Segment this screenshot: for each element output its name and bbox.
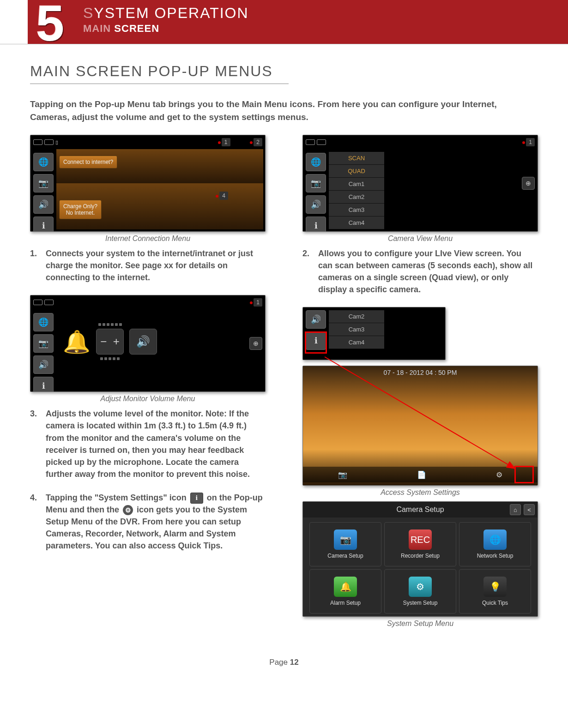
tile-recorder-setup[interactable]: REC Recorder Setup bbox=[384, 522, 456, 566]
home-button[interactable]: ⌂ bbox=[510, 504, 521, 515]
intro-text: Tapping on the Pop-up Menu tab brings yo… bbox=[30, 98, 538, 123]
status-bar: 1 bbox=[306, 137, 535, 147]
camera-icon[interactable]: 📷 bbox=[306, 174, 326, 193]
rec-indicator-icon bbox=[218, 141, 221, 144]
volume-decrease-button[interactable]: − + bbox=[96, 329, 124, 355]
item-2: 2. Allows you to configure your LIve Vie… bbox=[302, 247, 538, 295]
page-footer: Page 12 bbox=[0, 646, 568, 683]
screenshot-internet-menu: ▯ 1 2 🌐 📷 🔊 ℹ Connect to internet? Charg… bbox=[30, 135, 266, 232]
item-4: 4. Tapping the "System Settings" icon i … bbox=[30, 492, 266, 552]
info-icon: i bbox=[190, 493, 203, 504]
right-column: 1 🌐 📷 🔊 ℹ SCAN QUAD Cam1 Cam2 Cam3 Cam4 … bbox=[302, 135, 538, 632]
globe-icon[interactable]: 🌐 bbox=[33, 153, 54, 171]
screenshot-info-strip: 🔊 ℹ Cam2 Cam3 Cam4 bbox=[302, 307, 446, 360]
menu-item-cam4[interactable]: Cam4 bbox=[329, 336, 384, 349]
callout-info-icon bbox=[305, 331, 327, 354]
volume-panel: 🔔 − + 🔊 bbox=[63, 323, 157, 360]
connect-internet-popup[interactable]: Connect to internet? bbox=[59, 156, 117, 168]
info-icon[interactable]: ℹ bbox=[33, 217, 54, 232]
menu-item-cam3[interactable]: Cam3 bbox=[329, 204, 384, 217]
camera-icon[interactable]: 📷 bbox=[33, 334, 54, 353]
menu-item-cam1[interactable]: Cam1 bbox=[329, 178, 384, 191]
globe-icon[interactable]: 🌐 bbox=[33, 313, 54, 331]
globe-icon[interactable]: 🌐 bbox=[306, 153, 326, 171]
chapter-title: SYSTEM OPERATION bbox=[83, 5, 249, 22]
tile-alarm-setup[interactable]: 🔔 Alarm Setup bbox=[309, 569, 381, 614]
charge-only-popup[interactable]: Charge Only? No Internet. bbox=[59, 200, 102, 219]
caption-access: Access System Settings bbox=[302, 488, 538, 497]
chapter-number: 5 bbox=[36, 0, 64, 48]
lightbulb-icon: 💡 bbox=[483, 577, 507, 597]
speaker-icon[interactable]: 🔊 bbox=[33, 195, 54, 214]
camera-icon[interactable]: 📷 bbox=[33, 174, 54, 193]
cam-badge-2: 2 bbox=[254, 138, 262, 146]
screenshot-access-settings: 07 - 18 - 2012 04 : 50 PM 📷 📄 ⚙ bbox=[302, 366, 538, 486]
gear-icon: ⚙ bbox=[123, 505, 133, 515]
tile-network-setup[interactable]: 🌐 Network Setup bbox=[459, 522, 531, 566]
caption-camera: Camera View Menu bbox=[302, 235, 538, 243]
caption-setup: System Setup Menu bbox=[302, 620, 538, 628]
item-4-text-a: Tapping the "System Settings" icon bbox=[46, 493, 189, 502]
tile-camera-setup[interactable]: 📷 Camera Setup bbox=[309, 522, 381, 566]
file-icon[interactable]: 📄 bbox=[417, 470, 426, 479]
bell-icon: 🔔 bbox=[63, 329, 91, 355]
zoom-in-icon[interactable]: ⊕ bbox=[249, 337, 262, 350]
rec-icon: REC bbox=[409, 529, 432, 550]
zoom-in-icon[interactable]: ⊕ bbox=[522, 177, 535, 190]
caption-internet: Internet Connection Menu bbox=[30, 235, 266, 243]
cam-badge-1: 1 bbox=[526, 138, 535, 146]
tile-quick-tips[interactable]: 💡 Quick Tips bbox=[459, 569, 531, 614]
item-3: 3. Adjusts the volume level of the monit… bbox=[30, 408, 266, 480]
chapter-subtitle: MAIN SCREEN bbox=[83, 23, 249, 35]
section-title: MAIN SCREEN POP-UP MENUS bbox=[30, 63, 289, 84]
tile-system-setup[interactable]: ⚙ System Setup bbox=[384, 569, 456, 614]
bell-icon: 🔔 bbox=[334, 577, 357, 597]
menu-item-cam4[interactable]: Cam4 bbox=[329, 217, 384, 229]
speaker-icon[interactable]: 🔊 bbox=[306, 310, 326, 329]
cam-badge-1: 1 bbox=[254, 298, 262, 307]
chapter-header: 5 SYSTEM OPERATION MAIN SCREEN bbox=[28, 0, 568, 44]
gear-icon[interactable]: ⚙ bbox=[496, 470, 502, 479]
camera-view-menu: SCAN QUAD Cam1 Cam2 Cam3 Cam4 bbox=[329, 152, 384, 229]
status-bar: 1 bbox=[33, 297, 262, 307]
access-toolbar: 📷 📄 ⚙ bbox=[303, 467, 538, 482]
caption-volume: Adjust Monitor Volume Menu bbox=[30, 395, 266, 403]
rec-indicator-icon bbox=[250, 141, 253, 144]
info-icon[interactable]: ℹ bbox=[306, 217, 326, 232]
cam-badge-4: 4 bbox=[219, 192, 228, 200]
menu-item-cam3[interactable]: Cam3 bbox=[329, 323, 384, 336]
camera-icon: 📷 bbox=[334, 529, 357, 550]
screenshot-volume-menu: 1 🌐 📷 🔊 ℹ 🔔 − + 🔊 ⊕ bbox=[30, 295, 266, 392]
setup-window-title: Camera Setup ⌂ < bbox=[303, 502, 538, 517]
menu-item-cam2[interactable]: Cam2 bbox=[329, 310, 384, 323]
camera-icon[interactable]: 📷 bbox=[338, 470, 347, 479]
menu-item-quad[interactable]: QUAD bbox=[329, 165, 384, 178]
left-column: ▯ 1 2 🌐 📷 🔊 ℹ Connect to internet? Charg… bbox=[30, 135, 266, 632]
speaker-icon[interactable]: 🔊 bbox=[306, 195, 326, 214]
cam-badge-1: 1 bbox=[222, 138, 230, 146]
volume-speaker-display: 🔊 bbox=[129, 329, 157, 355]
menu-item-scan[interactable]: SCAN bbox=[329, 152, 384, 165]
globe-icon: 🌐 bbox=[483, 529, 507, 550]
info-icon[interactable]: ℹ bbox=[33, 377, 54, 392]
callout-gear-icon bbox=[514, 466, 534, 483]
status-bar: ▯ 1 2 bbox=[33, 137, 262, 147]
screenshot-system-setup: Camera Setup ⌂ < 📷 Camera Setup REC Reco… bbox=[302, 501, 538, 617]
datetime-display: 07 - 18 - 2012 04 : 50 PM bbox=[303, 369, 538, 376]
screenshot-camera-menu: 1 🌐 📷 🔊 ℹ SCAN QUAD Cam1 Cam2 Cam3 Cam4 … bbox=[302, 135, 538, 232]
speaker-icon[interactable]: 🔊 bbox=[33, 355, 54, 374]
gear-icon: ⚙ bbox=[409, 577, 432, 597]
menu-item-cam2[interactable]: Cam2 bbox=[329, 191, 384, 204]
back-button[interactable]: < bbox=[524, 504, 535, 515]
item-1: 1. Connects your system to the internet/… bbox=[30, 247, 266, 283]
